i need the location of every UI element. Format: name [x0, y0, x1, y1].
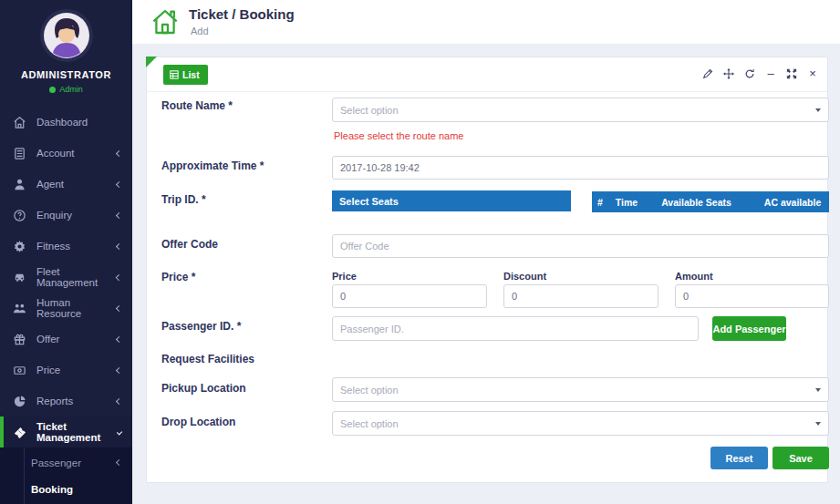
sidebar-menu: Dashboard Account Agent Enquiry Fitness: [0, 107, 132, 504]
gift-icon: [13, 333, 26, 346]
discount-sub-label: Discount: [503, 271, 546, 282]
ticket-management-submenu: Passenger Booking Add: [0, 447, 132, 504]
sidebar-item-dashboard[interactable]: Dashboard: [0, 107, 132, 138]
gear-icon: [13, 240, 26, 253]
chevron-left-icon: [116, 242, 122, 249]
chevron-left-icon: [116, 366, 122, 373]
sidebar-item-human-resource[interactable]: Human Resource: [0, 293, 132, 324]
amount-sub-label: Amount: [675, 271, 713, 282]
drop-location-label: Drop Location: [161, 416, 235, 428]
user-status: Admin: [0, 85, 132, 94]
sidebar-item-ticket-management[interactable]: Ticket Management: [0, 417, 132, 447]
page-header: Ticket / Booking Add: [132, 0, 840, 44]
offer-code-label: Offer Code: [161, 238, 218, 251]
sidebar-item-price[interactable]: Price: [0, 355, 132, 386]
pickup-location-select[interactable]: Select option: [332, 377, 829, 402]
select-seats-header: Select Seats: [332, 190, 571, 211]
trip-table-header: # Time Available Seats AC available: [592, 191, 829, 212]
sidebar-item-fitness[interactable]: Fitness: [0, 231, 132, 262]
amount-input[interactable]: [675, 284, 829, 308]
chevron-left-icon: [116, 211, 122, 218]
caret-down-icon: [815, 388, 821, 392]
submenu-item-passenger[interactable]: Passenger: [0, 449, 132, 476]
money-icon: [13, 364, 26, 377]
pie-chart-icon: [13, 395, 26, 408]
submenu-item-booking[interactable]: Booking: [0, 476, 132, 502]
sidebar: ADMINISTRATOR Admin Dashboard Account Ag…: [0, 0, 132, 504]
move-icon[interactable]: [723, 68, 734, 79]
home-icon: [13, 116, 26, 129]
chevron-left-icon: [116, 180, 122, 187]
chevron-left-icon: [116, 335, 122, 342]
avatar-image: [44, 13, 89, 58]
sidebar-item-agent[interactable]: Agent: [0, 169, 132, 200]
people-icon: [13, 302, 26, 315]
sidebar-item-account[interactable]: Account: [0, 138, 132, 169]
trip-col-hash: #: [597, 197, 603, 208]
trip-col-time: Time: [616, 197, 638, 208]
chevron-left-icon: [116, 274, 122, 281]
passenger-id-label: Passenger ID. *: [161, 320, 241, 333]
price-sub-label: Price: [332, 271, 357, 282]
pickup-location-label: Pickup Location: [161, 382, 246, 395]
price-label: Price *: [161, 271, 195, 283]
route-name-label: Route Name *: [161, 99, 233, 112]
route-name-error: Please select the route name: [334, 130, 463, 141]
calculator-icon: [13, 147, 26, 160]
trip-col-available: Available Seats: [661, 197, 731, 208]
approximate-time-label: Approximate Time *: [161, 159, 264, 172]
chevron-left-icon: [116, 397, 122, 404]
avatar: [40, 9, 93, 62]
chevron-left-icon: [116, 459, 122, 466]
sidebar-item-fleet-management[interactable]: Fleet Management: [0, 262, 132, 293]
approximate-time-input[interactable]: [332, 156, 829, 180]
chevron-left-icon: [116, 304, 122, 311]
online-dot-icon: [49, 87, 56, 93]
question-circle-icon: [13, 209, 26, 222]
home-title-icon: [150, 7, 180, 40]
ticket-icon: [13, 426, 26, 439]
trip-col-ac: AC available: [764, 197, 821, 208]
app-window: ADMINISTRATOR Admin Dashboard Account Ag…: [0, 0, 840, 504]
caret-down-icon: [815, 422, 821, 426]
route-name-select[interactable]: Select option: [332, 98, 829, 122]
refresh-icon[interactable]: [744, 68, 755, 79]
caret-down-icon: [815, 108, 821, 112]
user-name: ADMINISTRATOR: [0, 69, 132, 80]
list-button[interactable]: List: [163, 65, 208, 85]
car-icon: [13, 271, 26, 284]
expand-icon[interactable]: [786, 68, 797, 79]
trip-id-label: Trip ID. *: [161, 193, 206, 206]
reset-button[interactable]: Reset: [710, 447, 768, 469]
sidebar-item-reports[interactable]: Reports: [0, 386, 132, 417]
request-facilities-label: Request Facilities: [161, 353, 254, 365]
passenger-id-input[interactable]: [332, 316, 699, 341]
profile-section: ADMINISTRATOR Admin: [0, 0, 132, 94]
page-title: Ticket / Booking: [189, 6, 295, 22]
user-icon: [13, 178, 26, 191]
booking-panel: List – × Route Name * Select option Plea…: [146, 57, 828, 483]
panel-controls: – ×: [702, 68, 818, 79]
collapse-icon[interactable]: –: [765, 68, 776, 79]
add-passenger-button[interactable]: Add Passenger: [712, 316, 786, 341]
price-input[interactable]: [332, 284, 487, 308]
drop-location-select[interactable]: Select option: [332, 411, 829, 436]
close-icon[interactable]: ×: [807, 68, 818, 79]
discount-input[interactable]: [503, 284, 659, 308]
sidebar-item-offer[interactable]: Offer: [0, 324, 132, 355]
sidebar-item-enquiry[interactable]: Enquiry: [0, 200, 132, 231]
panel-header: List – ×: [147, 57, 827, 92]
offer-code-input[interactable]: [332, 234, 829, 258]
page-subtitle: Add: [191, 26, 209, 36]
save-button[interactable]: Save: [773, 447, 829, 469]
table-icon: [170, 70, 179, 79]
edit-pencil-icon[interactable]: [702, 68, 713, 79]
chevron-left-icon: [116, 149, 122, 156]
